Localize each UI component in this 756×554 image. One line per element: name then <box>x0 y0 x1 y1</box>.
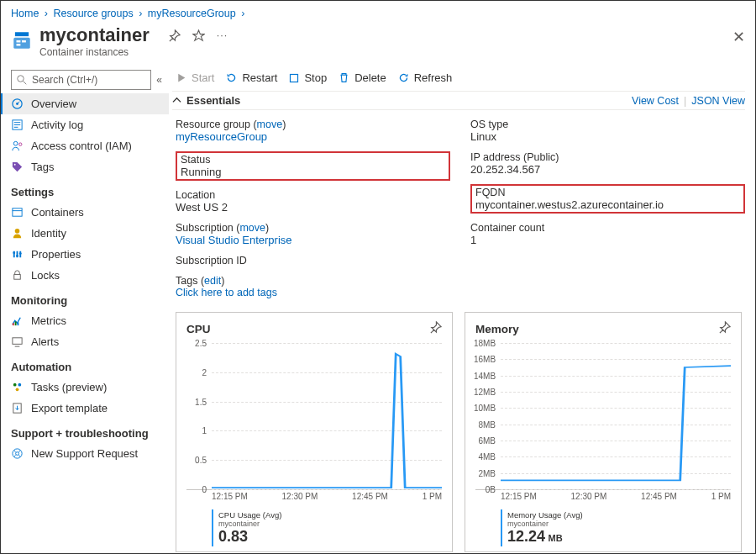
pin-chart-icon[interactable] <box>718 321 731 336</box>
essentials-value-link[interactable]: Visual Studio Enterprise <box>176 234 292 246</box>
sidebar-item-label: Containers <box>31 206 84 219</box>
essentials-label: FQDN <box>475 187 740 198</box>
page-title: mycontainer <box>39 24 150 46</box>
tags-edit-link[interactable]: edit <box>204 275 221 287</box>
chart-title: CPU <box>186 323 211 335</box>
svg-rect-3 <box>22 40 26 42</box>
export-icon <box>11 402 24 414</box>
sidebar-item-label: Alerts <box>31 335 59 348</box>
iam-icon <box>11 140 24 152</box>
svg-rect-17 <box>14 275 21 280</box>
sidebar-item-new-support-request[interactable]: New Support Request <box>1 443 169 464</box>
pin-icon[interactable] <box>168 29 181 45</box>
metrics-icon <box>11 314 24 327</box>
essentials-value: Running <box>181 166 445 178</box>
svg-rect-0 <box>13 38 30 49</box>
essentials-value: mycontainer.westus2.azurecontainer.io <box>475 198 740 211</box>
essentials-label: Subscription (move) <box>176 222 450 234</box>
alerts-icon <box>11 335 24 348</box>
chevron-right-icon: › <box>239 8 247 19</box>
chart-plot[interactable]: 00.511.522.5 <box>186 343 442 490</box>
essentials-value: Linux <box>470 130 745 143</box>
close-icon[interactable]: ✕ <box>732 28 745 46</box>
sidebar-item-containers[interactable]: Containers <box>1 202 169 223</box>
sidebar-item-label: Metrics <box>31 314 66 327</box>
delete-button[interactable]: Delete <box>339 71 386 84</box>
search-placeholder: Search (Ctrl+/) <box>32 74 97 86</box>
chart-legend: Memory Usage (Avg)mycontainer12.24 MB <box>501 509 731 546</box>
sidebar-item-export-template[interactable]: Export template <box>1 398 169 419</box>
chevron-up-icon <box>172 96 181 105</box>
svg-rect-2 <box>17 44 21 45</box>
essentials-value: West US 2 <box>176 201 450 214</box>
sidebar-item-label: Identity <box>31 227 66 240</box>
activity-icon <box>11 119 24 131</box>
json-view-link[interactable]: JSON View <box>691 95 745 107</box>
move-link[interactable]: move <box>239 222 265 234</box>
svg-rect-19 <box>15 321 17 325</box>
sidebar-item-properties[interactable]: Properties <box>1 244 169 265</box>
containers-icon <box>11 206 24 219</box>
more-icon[interactable]: ··· <box>217 29 228 45</box>
add-tags-link[interactable]: Click here to add tags <box>176 287 277 298</box>
view-cost-link[interactable]: View Cost <box>632 95 679 107</box>
sidebar-item-metrics[interactable]: Metrics <box>1 310 169 331</box>
svg-rect-20 <box>18 322 19 325</box>
search-input[interactable]: Search (Ctrl+/) <box>11 70 151 90</box>
support-icon <box>11 447 24 460</box>
essentials-label: Container count <box>470 222 745 234</box>
svg-point-7 <box>16 103 18 105</box>
svg-rect-28 <box>291 74 298 82</box>
essentials-value-link[interactable]: myResourceGroup <box>176 130 267 143</box>
essentials-label: Resource group (move) <box>176 119 450 130</box>
chart-xaxis: 12:15 PM12:30 PM12:45 PM1 PM <box>186 490 442 504</box>
sidebar-item-tags[interactable]: Tags <box>1 156 169 177</box>
collapse-sidebar-icon[interactable]: « <box>156 74 162 86</box>
tags-row: Tags (edit) Click here to add tags <box>172 273 745 307</box>
svg-point-14 <box>13 251 15 254</box>
command-bar: Start Restart Stop Delete Refresh <box>172 66 745 91</box>
sidebar-item-identity[interactable]: Identity <box>1 223 169 244</box>
properties-icon <box>11 248 24 261</box>
tags-icon <box>11 161 24 173</box>
sidebar-item-access-control-iam-[interactable]: Access control (IAM) <box>1 135 169 156</box>
sidebar-item-alerts[interactable]: Alerts <box>1 331 169 352</box>
breadcrumb-resource-groups[interactable]: Resource groups <box>53 8 133 19</box>
chart-card-memory: Memory0B2MB4MB6MB8MB10MB12MB14MB16MB18MB… <box>465 312 742 552</box>
locks-icon <box>11 269 24 282</box>
breadcrumb-rg[interactable]: myResourceGroup <box>148 8 236 19</box>
identity-icon <box>11 227 24 240</box>
restart-button[interactable]: Restart <box>226 71 277 84</box>
stop-button[interactable]: Stop <box>289 71 327 84</box>
start-button[interactable]: Start <box>176 71 214 84</box>
sidebar-item-activity-log[interactable]: Activity log <box>1 114 169 135</box>
essentials-label: Location <box>176 189 450 201</box>
sidebar-item-tasks-preview-[interactable]: Tasks (preview) <box>1 377 169 398</box>
sidebar-group-title: Automation <box>1 352 169 377</box>
sidebar-item-locks[interactable]: Locks <box>1 265 169 286</box>
essentials-toggle[interactable]: Essentials <box>172 94 240 107</box>
favorite-icon[interactable] <box>192 29 205 45</box>
svg-point-22 <box>13 383 17 387</box>
move-link[interactable]: move <box>257 119 283 130</box>
svg-rect-12 <box>13 208 22 216</box>
sidebar-item-overview[interactable]: Overview <box>1 93 169 114</box>
essentials-label: Subscription ID <box>176 255 450 266</box>
sidebar-group-title: Monitoring <box>1 286 169 310</box>
sidebar-item-label: New Support Request <box>31 447 138 460</box>
chart-plot[interactable]: 0B2MB4MB6MB8MB10MB12MB14MB16MB18MB <box>475 343 731 490</box>
overview-icon <box>11 98 24 110</box>
breadcrumb-home[interactable]: Home <box>11 8 39 19</box>
refresh-button[interactable]: Refresh <box>398 71 453 84</box>
chart-card-cpu: CPU00.511.522.512:15 PM12:30 PM12:45 PM1… <box>176 312 453 552</box>
tasks-icon <box>11 381 24 393</box>
svg-rect-1 <box>17 40 21 42</box>
sidebar-item-label: Activity log <box>31 119 83 131</box>
essentials-label: IP address (Public) <box>470 151 745 163</box>
pin-chart-icon[interactable] <box>429 321 442 336</box>
sidebar-group-title: Support + troubleshooting <box>1 419 169 443</box>
main-content: Start Restart Stop Delete Refresh Essent… <box>169 66 755 554</box>
chart-title: Memory <box>475 323 519 335</box>
sidebar-item-label: Overview <box>31 98 76 110</box>
stop-icon <box>289 73 299 83</box>
